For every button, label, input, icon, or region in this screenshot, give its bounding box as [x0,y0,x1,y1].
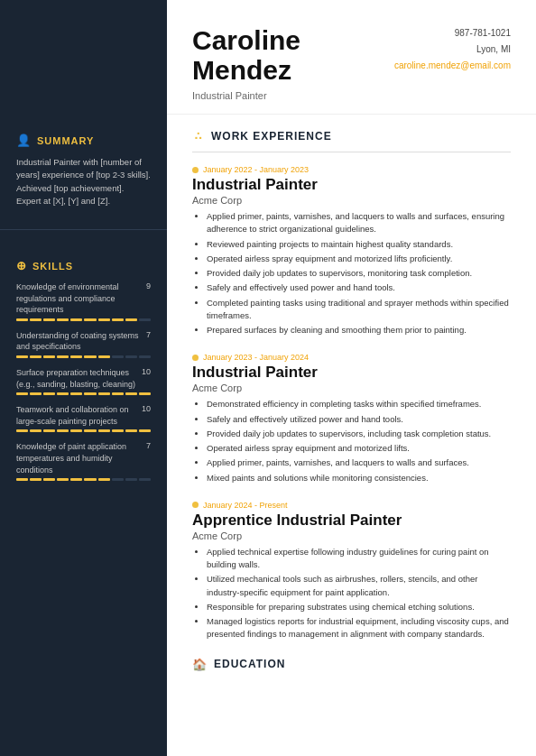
jobs-list: January 2022 - January 2023Industrial Pa… [192,165,511,641]
dot-filled [70,478,82,481]
dot-filled [57,478,69,481]
job-date: January 2023 - January 2024 [192,353,511,362]
skill-score: 10 [142,404,151,413]
dot-filled [125,318,137,321]
dot-filled [57,392,69,395]
job-bullet: Applied technical expertise following in… [207,546,511,572]
main-content: Caroline Mendez Industrial Painter 987-7… [167,0,536,756]
job-bullet: Operated airless spray equipment and mot… [207,442,511,455]
job-bullet: Demonstrated efficiency in completing ta… [207,398,511,410]
dot-filled [84,355,96,358]
job-title: Apprentice Industrial Painter [192,512,511,530]
job-bullet: Operated airless spray equipment and mot… [207,253,511,265]
job-company: Acme Corp [192,195,511,206]
dot-filled [16,392,28,395]
skill-score: 9 [146,281,151,290]
job-bullets: Demonstrated efficiency in completing ta… [192,398,511,484]
dot-filled [70,355,82,358]
skill-name: Knowledge of paint application temperatu… [16,441,146,475]
skill-name: Knowledge of environmental regulations a… [16,281,146,316]
skill-bar [16,318,151,321]
main-body: ⛬ WORK EXPERIENCE January 2022 - January… [167,115,536,695]
candidate-title: Industrial Painter [192,90,300,101]
dot-filled [84,478,96,481]
skill-bar [16,478,151,481]
skill-item: Teamwork and collaboration on large-scal… [16,404,151,432]
job-bullets: Applied technical expertise following in… [192,546,511,641]
dot-empty [125,478,137,481]
job-company: Acme Corp [192,530,511,541]
dot-filled [98,478,110,481]
education-title: 🏠 EDUCATION [192,658,511,671]
job-bullet: Applied primer, paints, varnishes, and l… [207,456,511,469]
dot-empty [139,478,151,481]
dot-filled [30,392,42,395]
job-date: January 2024 - Present [192,501,511,510]
sidebar-top-space [0,0,167,117]
dot-filled [43,355,55,358]
work-experience-title: ⛬ WORK EXPERIENCE [192,129,511,143]
dot-filled [98,392,110,395]
job-bullet: Reviewed painting projects to maintain h… [207,238,511,251]
dot-filled [57,429,69,432]
dot-filled [43,392,55,395]
summary-text: Industrial Painter with [number of years… [16,156,151,207]
dot-filled [57,355,69,358]
dot-filled [43,318,55,321]
header-name-block: Caroline Mendez Industrial Painter [192,25,300,101]
skill-bar [16,392,151,395]
skill-name: Surface preparation techniques (e.g., sa… [16,367,142,390]
job-entry: January 2024 - PresentApprentice Industr… [192,501,511,641]
job-bullet: Provided daily job updates to supervisor… [207,428,511,440]
dot-filled [139,429,151,432]
dot-filled [70,429,82,432]
skill-name: Teamwork and collaboration on large-scal… [16,404,142,427]
briefcase-icon: ⛬ [192,129,205,143]
job-entry: January 2022 - January 2023Industrial Pa… [192,165,511,337]
skill-score: 7 [146,441,151,450]
job-company: Acme Corp [192,383,511,393]
job-bullet: Provided daily job updates to supervisor… [207,267,511,280]
skills-section: ⊕ SKILLS Knowledge of environmental regu… [0,243,167,499]
job-entry: January 2023 - January 2024Industrial Pa… [192,353,511,484]
dot-filled [30,318,42,321]
skill-bar [16,429,151,432]
job-bullet: Safely and effectively utilized power an… [207,413,511,426]
dot-filled [112,429,124,432]
dot-filled [16,318,28,321]
dot-filled [43,429,55,432]
summary-title: 👤 SUMMARY [16,134,151,147]
job-bullet: Completed painting tasks using tradition… [207,297,511,323]
dot-filled [112,318,124,321]
skill-score: 10 [142,367,151,376]
job-bullet: Applied primer, paints, varnishes, and l… [207,210,511,236]
summary-section: 👤 SUMMARY Industrial Painter with [numbe… [0,117,167,217]
job-title: Industrial Painter [192,176,511,194]
dot-filled [30,478,42,481]
skills-icon: ⊕ [16,259,27,272]
dot-filled [57,318,69,321]
header-contact: 987-781-1021 Lyon, MI caroline.mendez@em… [394,25,511,74]
skill-item: Surface preparation techniques (e.g., sa… [16,367,151,395]
dot-filled [84,392,96,395]
phone: 987-781-1021 [394,25,511,41]
job-bullet: Safely and effectively used power and ha… [207,281,511,294]
dot-empty [112,478,124,481]
dot-empty [139,355,151,358]
skill-bar [16,355,151,358]
dot-filled [16,355,28,358]
dot-filled [43,478,55,481]
person-icon: 👤 [16,134,32,147]
email[interactable]: caroline.mendez@email.com [394,58,511,74]
skills-title: ⊕ SKILLS [16,259,151,272]
dot-filled [112,392,124,395]
location: Lyon, MI [394,41,511,58]
dot-filled [125,429,137,432]
job-bullet: Managed logistics reports for industrial… [207,615,511,641]
dot-empty [139,318,151,321]
dot-filled [30,429,42,432]
dot-filled [98,355,110,358]
skill-name: Understanding of coating systems and spe… [16,330,146,353]
dot-filled [84,318,96,321]
dot-filled [139,392,151,395]
